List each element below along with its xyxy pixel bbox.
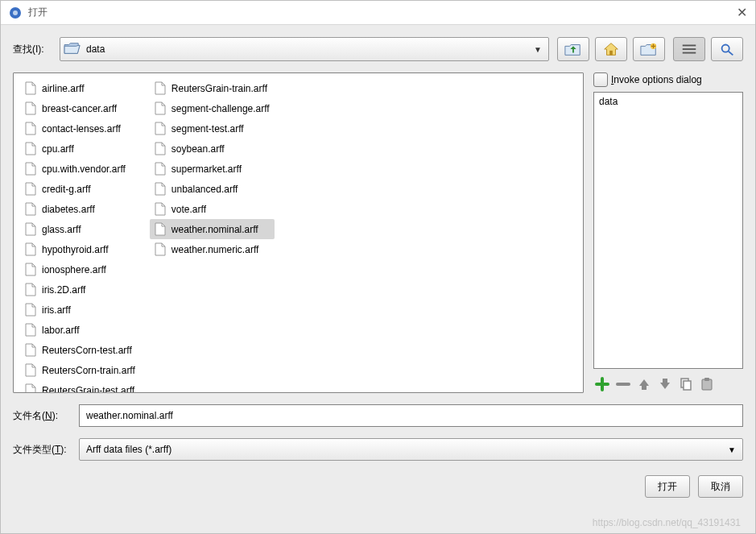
file-item[interactable]: iris.2D.arff [20, 279, 140, 300]
svg-point-7 [722, 45, 729, 52]
side-list-item[interactable]: data [599, 96, 737, 107]
open-button[interactable]: 打开 [645, 475, 690, 498]
file-icon [155, 221, 167, 238]
file-item[interactable]: weather.nominal.arff [150, 219, 275, 239]
lookin-row: 查找(I): data ▼ [13, 37, 743, 61]
file-item-label: weather.numeric.arff [171, 244, 259, 255]
file-icon [25, 322, 38, 338]
filename-input[interactable] [79, 404, 743, 427]
file-item[interactable]: segment-test.arff [150, 118, 275, 139]
file-item-label: ReutersCorn-train.arff [42, 365, 135, 376]
chevron-down-icon: ▼ [531, 45, 545, 54]
move-up-icon[interactable] [635, 375, 653, 393]
copy-icon[interactable] [677, 375, 695, 393]
file-item[interactable]: segment-challenge.arff [150, 98, 275, 118]
file-column: airline.arffbreast-cancer.arffcontact-le… [20, 78, 140, 393]
chevron-down-icon: ▼ [728, 445, 736, 454]
file-icon [155, 121, 167, 137]
filetype-combo[interactable]: Arff data files (*.arff) ▼ [79, 438, 743, 461]
details-view-button[interactable] [711, 37, 743, 61]
file-item-label: ReutersCorn-test.arff [42, 345, 132, 356]
list-view-button[interactable] [673, 37, 705, 61]
lookin-combo[interactable]: data ▼ [60, 37, 549, 61]
invoke-options-checkbox[interactable] [593, 72, 608, 87]
file-item-label: ReutersGrain-train.arff [171, 83, 267, 94]
open-dialog: 打开 ✕ 查找(I): data ▼ [0, 0, 756, 534]
file-item-label: soybean.arff [171, 143, 225, 155]
file-browser[interactable]: airline.arffbreast-cancer.arffcontact-le… [13, 72, 584, 393]
file-item[interactable]: ReutersCorn-test.arff [20, 340, 140, 360]
side-list[interactable]: data [593, 92, 743, 369]
file-item[interactable]: breast-cancer.arff [20, 98, 140, 118]
titlebar: 打开 ✕ [1, 1, 755, 25]
filetype-row: 文件类型(T): Arff data files (*.arff) ▼ [13, 438, 743, 461]
file-item[interactable]: diabetes.arff [20, 199, 140, 219]
file-item[interactable]: ReutersGrain-test.arff [20, 380, 140, 393]
file-item-label: segment-challenge.arff [171, 103, 270, 114]
file-item-label: ionosphere.arff [42, 264, 106, 275]
file-item-label: credit-g.arff [42, 184, 90, 195]
file-item[interactable]: weather.numeric.arff [150, 239, 275, 259]
file-column: ReutersGrain-train.arffsegment-challenge… [150, 78, 275, 259]
file-icon [155, 161, 167, 177]
window-title: 打开 [28, 6, 48, 19]
file-icon [25, 181, 38, 197]
file-item[interactable]: ReutersCorn-train.arff [20, 360, 140, 380]
dialog-body: 查找(I): data ▼ [1, 25, 755, 533]
file-icon [25, 242, 38, 258]
file-item[interactable]: unbalanced.arff [150, 179, 275, 199]
file-item[interactable]: glass.arff [20, 219, 140, 239]
filetype-label: 文件类型(T): [13, 443, 69, 457]
file-icon [25, 362, 38, 379]
file-icon [25, 302, 38, 318]
file-icon [25, 221, 38, 238]
watermark: https://blog.csdn.net/qq_43191431 [593, 517, 741, 528]
paste-icon[interactable] [698, 375, 716, 393]
file-item[interactable]: soybean.arff [150, 139, 275, 159]
file-icon [25, 101, 38, 117]
file-icon [155, 101, 167, 117]
mid-row: airline.arffbreast-cancer.arffcontact-le… [13, 72, 743, 393]
close-icon[interactable]: ✕ [737, 5, 747, 20]
home-button[interactable] [595, 37, 627, 61]
folder-open-icon [64, 41, 81, 58]
new-folder-button[interactable] [633, 37, 665, 61]
file-item-label: glass.arff [42, 224, 81, 235]
side-panel: Invoke options dialog data [593, 72, 743, 393]
file-item-label: ReutersGrain-test.arff [42, 385, 134, 394]
file-item[interactable]: ionosphere.arff [20, 259, 140, 279]
file-icon [155, 181, 167, 197]
remove-icon[interactable] [614, 375, 632, 393]
file-item[interactable]: hypothyroid.arff [20, 239, 140, 259]
file-icon [25, 81, 38, 97]
svg-rect-6 [683, 52, 696, 54]
file-item[interactable]: contact-lenses.arff [20, 118, 140, 139]
up-one-level-button[interactable] [557, 37, 589, 61]
file-icon [155, 141, 167, 157]
svg-point-1 [13, 10, 18, 15]
file-icon [25, 383, 38, 394]
file-item[interactable]: cpu.arff [20, 139, 140, 159]
svg-rect-10 [684, 381, 691, 390]
invoke-options-label: Invoke options dialog [611, 74, 702, 85]
file-icon [155, 201, 167, 217]
lookin-value: data [86, 43, 531, 55]
file-item[interactable]: credit-g.arff [20, 179, 140, 199]
file-item[interactable]: supermarket.arff [150, 159, 275, 179]
file-item[interactable]: ReutersGrain-train.arff [150, 78, 275, 98]
file-item[interactable]: cpu.with.vendor.arff [20, 159, 140, 179]
svg-rect-2 [609, 51, 613, 56]
cancel-button[interactable]: 取消 [698, 475, 743, 498]
move-down-icon[interactable] [656, 375, 674, 393]
file-item-label: cpu.with.vendor.arff [42, 164, 126, 175]
file-icon [25, 161, 38, 177]
file-item-label: hypothyroid.arff [42, 244, 109, 255]
file-item[interactable]: vote.arff [150, 199, 275, 219]
file-item-label: cpu.arff [42, 143, 74, 155]
file-item[interactable]: labor.arff [20, 320, 140, 340]
file-item[interactable]: airline.arff [20, 78, 140, 98]
add-icon[interactable] [593, 375, 611, 393]
dialog-buttons: 打开 取消 [13, 475, 743, 498]
file-item-label: segment-test.arff [171, 123, 244, 135]
file-item[interactable]: iris.arff [20, 300, 140, 320]
